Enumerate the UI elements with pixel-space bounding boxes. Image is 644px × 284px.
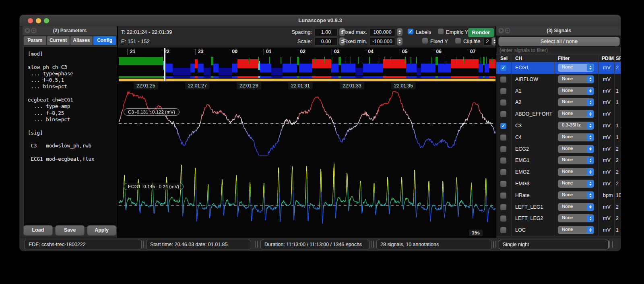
- labels-checkbox[interactable]: ✓: [408, 29, 413, 34]
- arousal-tick: [405, 57, 406, 64]
- signal-checkbox[interactable]: [500, 88, 506, 94]
- signal-checkbox[interactable]: [500, 204, 506, 210]
- signal-checkbox[interactable]: [500, 100, 506, 106]
- load-button[interactable]: Load: [23, 225, 53, 236]
- ecg1-trace[interactable]: [119, 162, 495, 235]
- signal-checkbox[interactable]: [500, 77, 506, 83]
- config-editor[interactable]: [mod] slow_ph ch=C3 ... type=phase ... f…: [23, 46, 120, 228]
- dropdown-arrows-icon: [587, 215, 594, 222]
- signal-row-emg1[interactable]: EMG1NonemV2: [496, 155, 621, 167]
- tab-config[interactable]: Config: [93, 36, 116, 45]
- fixed-max-stepper[interactable]: [397, 28, 402, 36]
- app-window: Lunascope v0.9.3 ✕ ❐ (2) Parameters Para…: [19, 15, 621, 251]
- title-bar[interactable]: Lunascope v0.9.3: [20, 15, 621, 27]
- filter-dropdown[interactable]: None: [558, 203, 594, 211]
- signal-row-c3[interactable]: ✓C30.3-35HzmV1: [496, 120, 621, 132]
- fixed-y-checkbox[interactable]: [422, 38, 428, 44]
- parameters-buttons: LoadSaveApply: [23, 225, 116, 236]
- signal-pdim: mV: [603, 169, 611, 175]
- annotation-band[interactable]: [119, 79, 495, 81]
- scale-input[interactable]: 0.00: [314, 37, 338, 46]
- stage-block-r: [237, 59, 258, 68]
- signal-checkbox[interactable]: [500, 216, 506, 222]
- signal-sr: 2: [616, 65, 619, 70]
- filter-dropdown[interactable]: None: [558, 133, 594, 141]
- filter-dropdown[interactable]: None: [558, 75, 594, 83]
- signal-row-emg3[interactable]: EMG3NonemV2: [496, 178, 621, 190]
- filter-dropdown[interactable]: None: [558, 156, 594, 164]
- tab-param[interactable]: Param: [24, 36, 46, 45]
- stage-block-n2: [406, 64, 417, 73]
- signal-row-emg2[interactable]: EMG2NonemV2: [496, 166, 621, 178]
- timeline-cursor[interactable]: [164, 48, 165, 81]
- save-button[interactable]: Save: [55, 225, 85, 236]
- filter-dropdown[interactable]: None: [558, 145, 594, 153]
- hour-label: 04: [366, 49, 374, 55]
- clip-y-checkbox[interactable]: [455, 38, 461, 44]
- signal-channel-name: LOC: [515, 227, 526, 233]
- fixed-max-input[interactable]: 100.000: [369, 28, 395, 36]
- signal-checkbox[interactable]: [500, 146, 506, 152]
- filter-dropdown[interactable]: None: [558, 214, 594, 222]
- signal-checkbox[interactable]: [500, 135, 506, 141]
- stage-strip[interactable]: [119, 76, 495, 78]
- arousal-tick: [332, 57, 332, 64]
- signal-checkbox[interactable]: [500, 111, 506, 117]
- tab-aliases[interactable]: Aliases: [70, 36, 93, 45]
- signal-filter-input[interactable]: [497, 47, 621, 54]
- plot-area[interactable]: 2122230001020304050607 22:01:2522:01:272…: [118, 48, 496, 238]
- start-time-status: Start time: 20.46.03 date: 01.01.85: [146, 240, 251, 249]
- filter-dropdown-value: None: [562, 227, 573, 232]
- signal-row-hrate[interactable]: HRateNonebpm10: [496, 190, 621, 202]
- signal-row-a2[interactable]: A2NonemV1: [496, 97, 621, 109]
- arousal-tick: [379, 57, 380, 64]
- line-input[interactable]: 2: [483, 37, 491, 46]
- fixed-min-input[interactable]: -100.000: [369, 37, 395, 46]
- night-mode-field[interactable]: Single night: [499, 240, 609, 249]
- filter-dropdown-value: None: [562, 64, 573, 69]
- signal-checkbox[interactable]: ✓: [500, 65, 506, 71]
- stage-block-n3: [355, 68, 363, 75]
- filter-dropdown[interactable]: None: [558, 87, 594, 95]
- strip-segment: [213, 76, 219, 78]
- filter-dropdown[interactable]: None: [558, 180, 594, 188]
- signal-row-loc[interactable]: LOCNonemV1: [496, 224, 621, 236]
- signal-checkbox[interactable]: [500, 181, 506, 187]
- signal-checkbox[interactable]: [500, 169, 506, 175]
- stage-block-n3: [204, 68, 211, 75]
- tab-current[interactable]: Current: [47, 36, 70, 45]
- filter-dropdown[interactable]: 0.3-35Hz: [558, 122, 594, 130]
- signal-row-c4[interactable]: C4NonemV1: [496, 132, 621, 144]
- status-bar: EDF: ccshs-trec-1800222 Start time: 20.4…: [20, 238, 621, 251]
- signal-row-ecg1[interactable]: ✓ECG1NonemV2: [496, 62, 621, 74]
- hypnogram[interactable]: [119, 57, 495, 75]
- signal-row-ecg2[interactable]: ECG2NonemV2: [496, 143, 621, 155]
- filter-dropdown[interactable]: None: [558, 226, 594, 234]
- signal-checkbox[interactable]: [500, 227, 506, 233]
- window-length-badge: 15s: [469, 230, 483, 236]
- filter-dropdown[interactable]: None: [558, 98, 594, 106]
- select-all-none-button[interactable]: Select all / none: [498, 37, 620, 46]
- parameters-panel-title: (2) Parameters: [23, 28, 117, 33]
- signal-row-abdo_effort[interactable]: ABDO_EFFORTNonemV: [496, 108, 621, 120]
- signal-checkbox[interactable]: [500, 158, 506, 164]
- strip-segment: [165, 76, 173, 78]
- spacing-input[interactable]: 1.00: [314, 28, 338, 36]
- signal-checkbox[interactable]: [500, 193, 506, 199]
- empiric-y-checkbox[interactable]: [438, 29, 444, 34]
- c3-trace[interactable]: [119, 89, 495, 161]
- filter-dropdown[interactable]: None: [558, 110, 594, 118]
- signal-row-a1[interactable]: A1NonemV1: [496, 85, 621, 97]
- signal-checkbox[interactable]: ✓: [500, 123, 506, 129]
- apply-button[interactable]: Apply: [87, 225, 116, 236]
- strip-segment: [363, 76, 383, 78]
- render-button[interactable]: Render: [468, 28, 494, 37]
- filter-dropdown[interactable]: None: [558, 64, 594, 72]
- signal-row-left_leg2[interactable]: LEFT_LEG2NonemV2: [496, 213, 621, 225]
- signal-row-airflow[interactable]: AIRFLOWNonemV: [496, 74, 621, 86]
- fixed-min-stepper[interactable]: [397, 37, 402, 46]
- filter-dropdown[interactable]: None: [558, 191, 594, 199]
- filter-dropdown[interactable]: None: [558, 168, 594, 176]
- signal-row-left_leg1[interactable]: LEFT_LEG1NonemV2: [496, 201, 621, 214]
- signal-channel-name: EMG3: [515, 181, 529, 187]
